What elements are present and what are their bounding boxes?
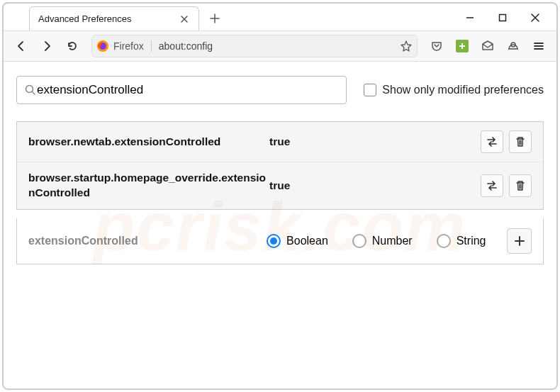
radio-label: Boolean	[286, 235, 328, 247]
nav-reload-button[interactable]	[62, 35, 83, 57]
toggle-button[interactable]	[481, 130, 503, 153]
search-row: Show only modified preferences	[16, 76, 544, 104]
nav-forward-button[interactable]	[36, 35, 57, 57]
toggle-button[interactable]	[481, 174, 503, 197]
radio-label: String	[457, 235, 486, 247]
delete-button[interactable]	[509, 174, 532, 197]
checkbox-icon	[364, 84, 376, 96]
bookmark-star-icon[interactable]	[400, 40, 413, 52]
add-preference-button[interactable]	[507, 228, 532, 254]
new-preference-name: extensionControlled	[28, 235, 245, 247]
browser-window: Advanced Preferences	[2, 2, 558, 390]
maximize-button[interactable]	[494, 9, 511, 26]
tab-title: Advanced Preferences	[38, 13, 179, 24]
inbox-icon[interactable]	[477, 35, 498, 57]
close-window-button[interactable]	[527, 9, 544, 26]
radio-icon	[437, 234, 451, 248]
url-text: about:config	[159, 40, 400, 52]
preference-value: true	[269, 179, 481, 192]
type-radio-group: Boolean Number String	[267, 234, 486, 248]
radio-number[interactable]: Number	[352, 234, 413, 248]
filter-checkbox[interactable]: Show only modified preferences	[364, 84, 544, 96]
content-area: Show only modified preferences browser.n…	[4, 62, 556, 279]
radio-label: Number	[372, 235, 413, 247]
radio-icon	[267, 234, 281, 248]
preference-name: browser.startup.homepage_override.extens…	[28, 171, 269, 201]
firefox-icon	[96, 40, 109, 52]
filter-checkbox-label: Show only modified preferences	[382, 84, 544, 96]
new-tab-button[interactable]	[205, 9, 225, 28]
radio-boolean[interactable]: Boolean	[267, 234, 328, 248]
nav-toolbar: Firefox about:config	[4, 30, 556, 62]
preference-row[interactable]: browser.startup.homepage_override.extens…	[17, 162, 543, 209]
minimize-button[interactable]	[461, 9, 478, 26]
titlebar: Advanced Preferences	[4, 4, 556, 30]
window-controls	[461, 9, 544, 26]
preference-name: browser.newtab.extensionControlled	[28, 135, 269, 150]
pocket-icon[interactable]	[426, 35, 447, 57]
preference-list: browser.newtab.extensionControlled true …	[16, 121, 544, 210]
account-icon[interactable]	[503, 35, 524, 57]
menu-button[interactable]	[528, 35, 549, 57]
new-preference-row: extensionControlled Boolean Number Strin…	[16, 218, 544, 264]
preference-search-box[interactable]	[16, 76, 347, 104]
search-icon	[24, 84, 37, 96]
radio-icon	[352, 234, 366, 248]
nav-back-button[interactable]	[11, 35, 32, 57]
close-tab-icon[interactable]	[179, 13, 190, 25]
preference-search-input[interactable]	[37, 83, 339, 97]
extension-icon[interactable]	[452, 35, 473, 57]
url-bar[interactable]: Firefox about:config	[91, 35, 418, 57]
identity-label: Firefox	[113, 40, 152, 52]
browser-tab[interactable]: Advanced Preferences	[29, 6, 199, 30]
radio-string[interactable]: String	[437, 234, 486, 248]
svg-rect-0	[500, 15, 506, 21]
delete-button[interactable]	[509, 130, 532, 153]
preference-value: true	[269, 135, 481, 148]
preference-row[interactable]: browser.newtab.extensionControlled true	[17, 122, 543, 162]
